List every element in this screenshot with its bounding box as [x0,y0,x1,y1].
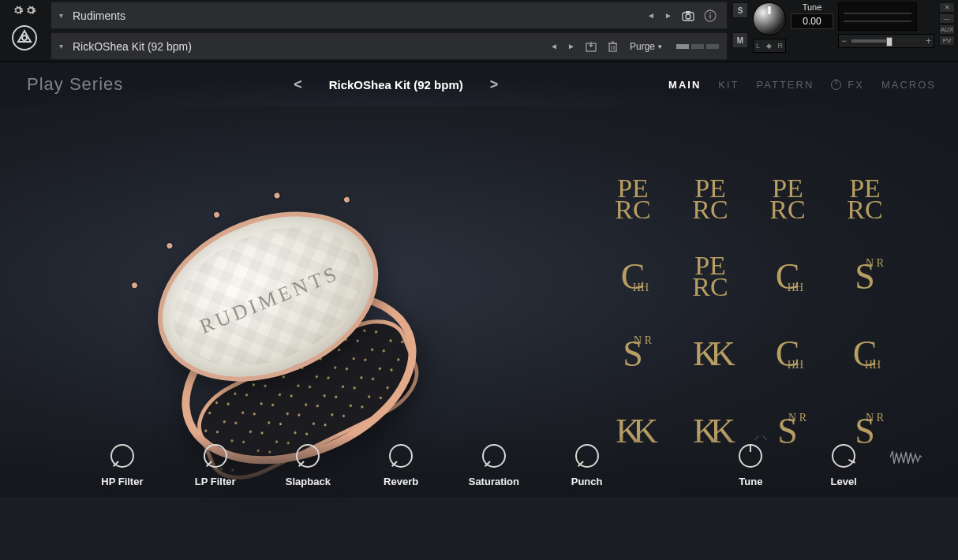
host-center: ▾ Rudiments ◄ ► ▾ RickOShea Kit (92 bpm)… [49,0,729,62]
mute-button[interactable]: M [732,32,748,48]
library-next[interactable]: ► [662,9,675,22]
pad-perc-1[interactable]: PE RC [595,162,671,237]
pan-slider[interactable]: L ◆ R [753,39,786,53]
tab-fx[interactable]: FX [831,79,864,91]
tab-macros[interactable]: MACROS [881,79,936,91]
main-canvas: RUDIMENTS PE RC PE RC PE RC PE RC CHH PE… [0,106,958,497]
pad-chh-1[interactable]: CHH [595,239,671,315]
pad-snr-2[interactable]: SN R [595,316,671,392]
window-buttons: ✕ — AUX PV [939,2,955,46]
knob-level[interactable]: Level [800,444,887,487]
solo-button[interactable]: S [732,2,748,18]
pad-perc-5[interactable]: PE RC [672,239,748,315]
macro-knob-row: HP Filter LP Filter Slapback Reverb Satu… [0,434,958,497]
gear-icon [25,5,36,16]
pad-grid: PE RC PE RC PE RC PE RC CHH PE RC CHH SN… [595,162,903,469]
host-right: S M L ◆ R Tune 0.00 − + ✕ — AUX [729,0,958,62]
pad-perc-4[interactable]: PE RC [827,162,903,237]
settings-gears[interactable] [13,5,36,16]
tab-main[interactable]: MAIN [668,79,701,91]
chevron-down-icon: ▾ [59,42,63,50]
pad-chh-4[interactable]: CHH [827,316,903,392]
trash-icon[interactable] [604,38,622,55]
knob-lp-filter[interactable]: LP Filter [172,444,259,487]
preset-display[interactable]: RickOShea Kit (92 bpm) [329,78,463,91]
tune-value[interactable]: 0.00 [791,13,833,29]
preset-prev-button[interactable]: < [294,77,302,93]
chevron-down-icon: ▾ [658,43,662,50]
chevron-down-icon: ▾ [59,11,63,20]
gear-icon [13,5,24,16]
save-icon[interactable] [582,38,600,55]
power-icon [831,80,841,90]
tune-knob[interactable] [753,2,786,35]
pv-button[interactable]: PV [939,35,955,46]
pan-left-label: L [756,42,760,50]
tab-pattern[interactable]: PATTERN [757,79,814,91]
knob-reverb[interactable]: Reverb [357,444,444,487]
vol-minus: − [841,35,847,47]
tab-bar: MAIN KIT PATTERN FX MACROS [668,79,936,91]
preset-name: RickOShea Kit (92 bpm) [73,40,192,53]
svg-point-7 [709,12,711,13]
host-bar: ▾ Rudiments ◄ ► ▾ RickOShea Kit (92 bpm)… [0,0,958,62]
aux-button[interactable]: AUX [939,24,955,35]
pad-chh-2[interactable]: CHH [750,239,825,315]
minimize-button[interactable]: — [939,13,955,24]
svg-point-3 [686,14,690,19]
pad-kick-1[interactable]: KK [672,316,748,392]
purge-dropdown[interactable]: Purge ▾ [627,41,665,52]
preset-row[interactable]: ▾ RickOShea Kit (92 bpm) ◄ ► Purge ▾ [51,32,728,60]
library-prev[interactable]: ◄ [645,9,657,22]
pad-chh-3[interactable]: CHH [750,316,825,392]
preset-navigator: < RickOShea Kit (92 bpm) > [123,77,668,93]
brand-label: Play Series [27,74,123,95]
host-left-icons [0,0,49,62]
purge-label: Purge [630,41,655,52]
pad-perc-3[interactable]: PE RC [750,162,825,237]
plugin-nav: Play Series < RickOShea Kit (92 bpm) > M… [0,62,958,106]
stairstep-icon[interactable]: ⟋⟍ [753,433,769,442]
knob-punch[interactable]: Punch [544,444,631,487]
knob-hp-filter[interactable]: HP Filter [79,444,166,487]
tab-kit[interactable]: KIT [718,79,739,91]
info-icon[interactable] [702,7,719,24]
svg-rect-9 [609,43,616,51]
svg-rect-6 [709,14,711,18]
library-name: Rudiments [73,9,125,22]
preset-next-button[interactable]: > [490,77,499,93]
pad-snr-1[interactable]: SN R [827,239,903,315]
pan-right-label: R [777,42,783,50]
close-button[interactable]: ✕ [939,2,955,13]
library-row[interactable]: ▾ Rudiments ◄ ► [51,2,728,29]
preset-next[interactable]: ► [565,40,578,53]
knob-saturation[interactable]: Saturation [451,444,537,487]
vol-plus: + [926,35,931,47]
knob-tune[interactable]: ⟋⟍ Tune [708,444,795,487]
svg-point-1 [22,35,27,40]
svg-rect-4 [686,11,690,13]
snapshot-icon[interactable] [679,7,697,24]
pan-center-icon: ◆ [766,42,772,50]
preset-prev[interactable]: ◄ [548,40,560,53]
drum-label: RUDIMENTS [163,248,376,353]
waveform-icon[interactable] [890,450,922,465]
pad-perc-2[interactable]: PE RC [672,162,748,237]
ni-logo-icon[interactable] [10,24,39,52]
output-meter [838,2,917,31]
tune-label: Tune [791,2,833,12]
volume-slider[interactable]: − + [838,34,934,48]
memory-meter [676,44,719,49]
knob-slapback[interactable]: Slapback [265,444,352,487]
